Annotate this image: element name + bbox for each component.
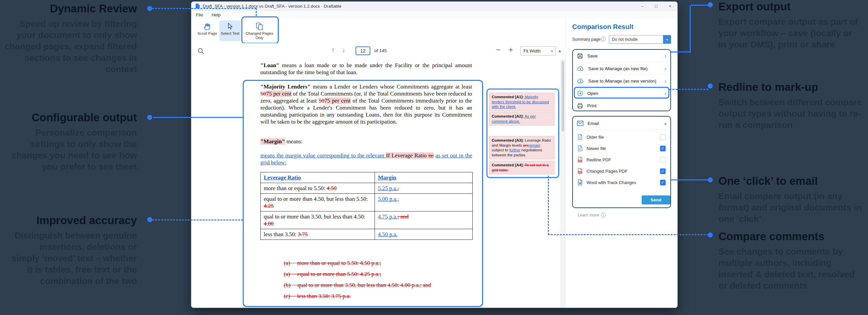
callout-title: Dynamic Review (3, 2, 137, 16)
menu-help[interactable]: Help (212, 12, 221, 18)
email-section-header[interactable]: Email (573, 117, 670, 130)
callout-title: Configurable output (7, 111, 137, 124)
email-icon (577, 121, 584, 126)
next-change-button[interactable] (342, 47, 345, 54)
older-file-checkbox[interactable] (660, 134, 666, 140)
connector-line (670, 179, 709, 180)
paragraph-majority-lenders: "Majority Lenders" means a Lender or Len… (260, 83, 472, 125)
email-item-redline-pdf[interactable]: PDF Redline PDF (573, 154, 670, 165)
chevron-right-icon (664, 78, 666, 84)
svg-text:W: W (579, 182, 582, 185)
summary-page-label: Summary page (572, 37, 600, 42)
page-number-input[interactable]: 12 (355, 47, 370, 55)
table-cell: 5.25 p.a., (375, 183, 473, 194)
table-header-leverage-ratio: Leverage Ratio (261, 172, 375, 183)
print-button[interactable]: Print (573, 99, 670, 112)
redline-pdf-checkbox[interactable] (660, 157, 666, 163)
comment-A4: Commented [A4]: To set out in a grid tab… (489, 161, 555, 174)
document-nav-bar: 12 of 145 Fit Width (191, 43, 565, 59)
maximize-button[interactable]: □ (655, 4, 658, 9)
deleted-list-item: (a) more than or equal to 5.50: 4.50 p.a… (260, 260, 472, 266)
table-row: less than 3.50: 3.75 4.50 p.a. (261, 229, 473, 240)
table-cell: less than 3.50: 3.75 (261, 229, 375, 240)
save-imanage-new-file-button[interactable]: Save to iManage (as new file) (573, 62, 670, 75)
newer-file-checkbox[interactable] (660, 146, 666, 151)
zoom-select[interactable]: Fit Width (521, 47, 556, 55)
table-cell: qual to or more than 3.50, but less than… (261, 211, 375, 229)
callout-title: Export output (718, 0, 862, 13)
toolbar: Scroll Page Select Text Changed Pages On… (191, 18, 565, 44)
table-row: qual to or more than 3.50, but less than… (261, 211, 473, 229)
info-icon[interactable] (601, 37, 606, 41)
leverage-margin-table: Leverage Ratio Margin more than or equal… (260, 172, 473, 240)
connector-line (670, 52, 691, 53)
svg-text:PDF: PDF (579, 160, 582, 162)
connector-line (152, 117, 243, 118)
callout-one-click-email: One ‘click’ to email Email compare outpu… (718, 174, 865, 225)
table-row: more than or equal to 5.50: 4.50 5.25 p.… (261, 183, 473, 194)
scrollbar-thumb[interactable] (561, 61, 564, 131)
callout-compare-comments: Compare comments See changes to comments… (718, 230, 862, 291)
comment-A1: Commented [A1]: Majority lenders thresho… (489, 92, 555, 111)
table-cell: equal to or more than 4.50, but less tha… (261, 194, 375, 211)
select-text-label: Select Text (221, 31, 239, 36)
select-text-button[interactable]: Select Text (219, 20, 241, 41)
email-item-label: Redline PDF (587, 158, 611, 162)
summary-page-dropdown[interactable]: Do not include (609, 35, 671, 44)
zoom-out-button[interactable] (496, 45, 500, 54)
callout-redline-to-markup: Redline to mark-up Switch between differ… (718, 81, 862, 131)
svg-text:PDF: PDF (579, 171, 582, 173)
callout-body: Export compare output as part of your wo… (718, 16, 862, 50)
hand-icon (203, 21, 212, 31)
save-imanage-new-version-button[interactable]: Save to iManage (as new version) (573, 75, 670, 87)
email-item-word-track-changes[interactable]: W Word with Track Changes (573, 177, 670, 188)
document-icon (578, 145, 583, 151)
callout-export-output: Export output Export compare output as p… (718, 0, 862, 50)
email-item-older-file[interactable]: Older file (573, 131, 670, 143)
email-item-label: Older file (587, 135, 604, 140)
scroll-page-button[interactable]: Scroll Page (197, 20, 218, 41)
chevron-down-icon[interactable] (663, 35, 671, 44)
connector-line (256, 8, 257, 16)
comparison-result-panel: Comparison Result Summary page Do not in… (565, 18, 678, 308)
send-button[interactable]: Send (642, 195, 670, 204)
table-header-row: Leverage Ratio Margin (261, 172, 473, 183)
connector-line (548, 234, 708, 235)
word-track-changes-checkbox[interactable] (660, 180, 666, 185)
callout-body: See changes to comments by multiple auth… (718, 246, 862, 291)
save-icon (577, 53, 583, 59)
email-label: Email (588, 121, 660, 126)
minimize-button[interactable]: – (641, 4, 643, 9)
menu-file[interactable]: File (196, 12, 203, 18)
draftable-feature-overview: Dynamic Review Speed up review by filter… (0, 0, 868, 315)
learn-more-link[interactable]: Learn more (578, 213, 606, 218)
document-view: "Loan" means a loan made or to be made u… (191, 59, 565, 308)
chevron-up-icon[interactable] (664, 121, 666, 125)
email-item-newer-file[interactable]: Newer file (573, 143, 670, 154)
comment-label: Commented [A2]: (492, 114, 524, 118)
save-imanage-new-version-label: Save to iManage (as new version) (588, 79, 660, 84)
table-cell: 5.00 p.a.; (375, 194, 473, 211)
save-imanage-new-file-label: Save to iManage (as new file) (588, 66, 660, 71)
connector-line (548, 176, 549, 235)
email-item-label: Newer file (587, 146, 606, 151)
search-icon[interactable] (197, 48, 205, 56)
previous-change-button[interactable] (332, 47, 335, 54)
deleted-list-item: (a) equal to or more than 5.50: 4.25 p.a… (260, 270, 472, 278)
callout-body: Speed up review by filtering your docume… (3, 18, 137, 75)
email-item-label: Changed Pages PDF (587, 169, 628, 174)
zoom-in-button[interactable] (508, 45, 513, 54)
changed-pages-pdf-checkbox[interactable] (660, 168, 666, 174)
callout-improved-accuracy: Improved accuracy Distinguish between ge… (10, 214, 137, 287)
collapse-toolbar-icon[interactable] (559, 48, 561, 53)
connector-dot (147, 217, 152, 222)
vertical-scrollbar[interactable] (561, 59, 565, 308)
panel-title: Comparison Result (572, 23, 633, 31)
close-button[interactable]: × (669, 4, 671, 9)
cloud-upload-icon (577, 78, 584, 84)
deleted-list-item: (c) less than 3.50: 3.75 p.a. (260, 293, 472, 299)
save-button[interactable]: Save (573, 50, 670, 62)
chevron-down-icon (551, 49, 553, 53)
open-highlight-outline (574, 87, 669, 98)
email-item-changed-pages-pdf[interactable]: PDF Changed Pages PDF (573, 165, 670, 177)
